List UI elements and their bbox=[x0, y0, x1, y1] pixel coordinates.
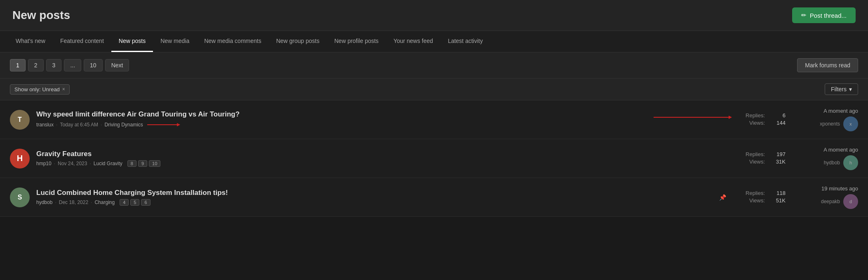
page-pills: 4 5 6 bbox=[120, 199, 150, 206]
post-stats: Replies: 197 Views: 31K bbox=[736, 151, 786, 166]
filter-tag-close[interactable]: × bbox=[62, 86, 65, 92]
filter-bar: Show only: Unread × Filters ▾ bbox=[0, 78, 868, 100]
page-1-button[interactable]: 1 bbox=[10, 59, 26, 71]
mark-forums-read-button[interactable]: Mark forums read bbox=[797, 58, 858, 72]
tab-new-profile-posts[interactable]: New profile posts bbox=[327, 31, 386, 52]
meta-sep: · bbox=[54, 161, 55, 166]
post-date: Today at 6:45 AM bbox=[60, 122, 98, 128]
post-list: T Why speed limit difference Air Grand T… bbox=[0, 100, 868, 217]
tab-latest-activity[interactable]: Latest activity bbox=[440, 31, 490, 52]
unread-filter-tag[interactable]: Show only: Unread × bbox=[10, 84, 70, 95]
tab-new-group-posts[interactable]: New group posts bbox=[269, 31, 327, 52]
meta-sep: · bbox=[55, 199, 56, 205]
views-row: Views: 51K bbox=[736, 197, 786, 204]
post-meta: translux · Today at 6:45 AM · Driving Dy… bbox=[36, 121, 729, 129]
post-title[interactable]: Lucid Combined Home Charging System Inst… bbox=[36, 189, 713, 197]
post-meta: hydbob · Dec 18, 2022 · Charging 4 5 6 bbox=[36, 199, 713, 206]
page-pill-10[interactable]: 10 bbox=[149, 160, 160, 167]
replies-label: Replies: bbox=[746, 190, 765, 196]
views-row: Views: 144 bbox=[736, 120, 786, 126]
post-title[interactable]: Gravity Features bbox=[36, 150, 729, 158]
post-latest: 19 minutes ago deepakb d bbox=[792, 185, 858, 209]
latest-username[interactable]: xponents bbox=[820, 121, 840, 127]
avatar: S bbox=[10, 187, 30, 207]
avatar: H bbox=[10, 149, 30, 168]
page-2-button[interactable]: 2 bbox=[28, 59, 44, 71]
tab-your-news-feed[interactable]: Your news feed bbox=[386, 31, 440, 52]
tab-new-media[interactable]: New media bbox=[153, 31, 197, 52]
arrow-annotation bbox=[147, 121, 180, 129]
views-value: 144 bbox=[769, 120, 786, 126]
meta-sep2: · bbox=[101, 122, 102, 128]
replies-value: 118 bbox=[769, 190, 786, 196]
latest-user: xponents x bbox=[792, 116, 858, 131]
views-row: Views: 31K bbox=[736, 159, 786, 165]
post-title[interactable]: Why speed limit difference Air Grand Tou… bbox=[36, 110, 729, 119]
latest-time: A moment ago bbox=[792, 147, 858, 153]
page-header: New posts ✏ Post thread... bbox=[0, 0, 868, 31]
latest-avatar: d bbox=[843, 194, 858, 209]
latest-user: deepakb d bbox=[792, 194, 858, 209]
page-ellipsis-button[interactable]: ... bbox=[64, 59, 81, 71]
post-main: Lucid Combined Home Charging System Inst… bbox=[36, 189, 713, 206]
svg-marker-3 bbox=[729, 116, 732, 119]
page-pill-6[interactable]: 6 bbox=[141, 199, 150, 206]
latest-avatar: h bbox=[843, 155, 858, 170]
post-thread-label: Post thread... bbox=[810, 12, 847, 19]
latest-time: 19 minutes ago bbox=[792, 185, 858, 192]
post-latest: A moment ago hydbob h bbox=[792, 147, 858, 170]
replies-label: Replies: bbox=[746, 112, 765, 119]
post-author[interactable]: translux bbox=[36, 122, 54, 128]
tab-new-posts[interactable]: New posts bbox=[111, 31, 153, 52]
views-value: 51K bbox=[769, 197, 786, 204]
views-label: Views: bbox=[749, 120, 765, 126]
next-page-button[interactable]: Next bbox=[105, 59, 129, 71]
post-category[interactable]: Driving Dynamics bbox=[104, 122, 143, 128]
filter-tag-label: Show only: Unread bbox=[14, 86, 60, 93]
nav-tabs: What's new Featured content New posts Ne… bbox=[0, 31, 868, 52]
post-meta: hmp10 · Nov 24, 2023 · Lucid Gravity 8 9… bbox=[36, 160, 729, 167]
page-pills: 8 9 10 bbox=[127, 160, 161, 167]
tab-new-media-comments[interactable]: New media comments bbox=[197, 31, 269, 52]
page-pill-8[interactable]: 8 bbox=[127, 160, 136, 167]
post-author[interactable]: hmp10 bbox=[36, 161, 52, 166]
post-latest: A moment ago xponents x bbox=[792, 108, 858, 131]
post-stats: Replies: 6 Views: 144 bbox=[736, 112, 786, 127]
filters-button[interactable]: Filters ▾ bbox=[825, 83, 858, 95]
post-row: H Gravity Features hmp10 · Nov 24, 2023 … bbox=[0, 139, 868, 178]
latest-username[interactable]: hydbob bbox=[824, 160, 840, 166]
pagination: 1 2 3 ... 10 Next bbox=[10, 59, 129, 71]
post-main: Why speed limit difference Air Grand Tou… bbox=[36, 110, 729, 129]
replies-value: 6 bbox=[769, 112, 786, 119]
post-main: Gravity Features hmp10 · Nov 24, 2023 · … bbox=[36, 150, 729, 167]
filters-chevron-icon: ▾ bbox=[849, 86, 852, 93]
post-author[interactable]: hydbob bbox=[36, 199, 52, 205]
post-row: S Lucid Combined Home Charging System In… bbox=[0, 178, 868, 217]
replies-value: 197 bbox=[769, 151, 786, 157]
meta-sep2: · bbox=[89, 161, 91, 166]
tab-whats-new[interactable]: What's new bbox=[8, 31, 53, 52]
post-category[interactable]: Charging bbox=[94, 199, 115, 205]
tab-featured-content[interactable]: Featured content bbox=[53, 31, 111, 52]
avatar: T bbox=[10, 110, 30, 130]
post-row: T Why speed limit difference Air Grand T… bbox=[0, 100, 868, 139]
page-title: New posts bbox=[12, 9, 70, 22]
meta-sep: · bbox=[56, 122, 57, 128]
page-pill-4[interactable]: 4 bbox=[120, 199, 129, 206]
pagination-bar: 1 2 3 ... 10 Next Mark forums read bbox=[0, 52, 868, 78]
replies-label: Replies: bbox=[746, 151, 765, 157]
post-category[interactable]: Lucid Gravity bbox=[94, 161, 122, 166]
post-date: Nov 24, 2023 bbox=[58, 161, 87, 166]
page-3-button[interactable]: 3 bbox=[46, 59, 62, 71]
page-10-button[interactable]: 10 bbox=[84, 59, 103, 71]
post-thread-icon: ✏ bbox=[801, 12, 807, 19]
replies-row: Replies: 6 bbox=[736, 112, 786, 119]
views-label: Views: bbox=[749, 197, 765, 204]
pin-icon: 📌 bbox=[719, 194, 726, 201]
latest-avatar: x bbox=[843, 116, 858, 131]
page-pill-5[interactable]: 5 bbox=[130, 199, 139, 206]
latest-username[interactable]: deepakb bbox=[821, 199, 840, 204]
replies-row: Replies: 197 bbox=[736, 151, 786, 157]
post-thread-button[interactable]: ✏ Post thread... bbox=[792, 7, 856, 23]
page-pill-9[interactable]: 9 bbox=[138, 160, 147, 167]
